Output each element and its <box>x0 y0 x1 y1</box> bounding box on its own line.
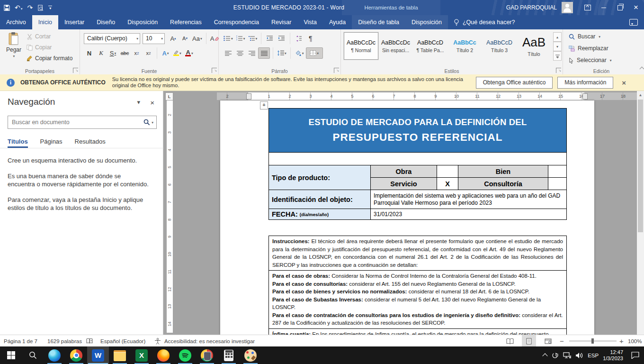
taskbar-calculator[interactable] <box>218 346 240 364</box>
table-move-handle[interactable]: + <box>260 101 268 109</box>
decrease-indent-button[interactable] <box>264 33 275 44</box>
taskbar-clock[interactable]: 12:471/3/2023 <box>603 349 623 362</box>
zoom-out-button[interactable]: − <box>560 335 564 347</box>
restore-button[interactable] <box>612 0 628 15</box>
find-button[interactable]: Buscar▾ <box>569 33 600 40</box>
paragraph-dialog-launcher[interactable]: ↘ <box>334 68 339 73</box>
bold-button[interactable]: N <box>84 48 95 58</box>
cut-button[interactable]: Cortar <box>27 33 51 40</box>
clipboard-dialog-launcher[interactable]: ↘ <box>73 68 78 73</box>
scroll-up-icon[interactable]: ▲ <box>637 91 644 99</box>
multilevel-list-button[interactable]: ▾ <box>247 33 259 44</box>
taskbar-firefox[interactable] <box>152 346 174 364</box>
print-preview-icon[interactable] <box>37 5 44 11</box>
nav-tab-titulos[interactable]: Títulos <box>8 135 28 148</box>
tab-disposicion-tabla[interactable]: Disposición <box>405 15 448 29</box>
page-indicator[interactable]: Página 1 de 7 <box>4 335 37 347</box>
minimize-button[interactable] <box>596 0 612 15</box>
vertical-ruler[interactable]: 234567891011121314 <box>167 100 173 333</box>
zoom-slider[interactable] <box>565 335 620 347</box>
tab-stop-selector[interactable]: L <box>165 92 173 100</box>
bullet-list-button[interactable]: ▾ <box>223 33 234 44</box>
styles-scroll-up[interactable]: ▴ <box>553 32 562 42</box>
nav-tab-paginas[interactable]: Páginas <box>40 135 63 148</box>
tray-expand-icon[interactable] <box>542 353 547 358</box>
underline-button[interactable]: S▾ <box>107 48 118 58</box>
change-case-button[interactable]: Aa▾ <box>191 33 203 44</box>
tab-ayuda[interactable]: Ayuda <box>323 15 352 29</box>
taskbar-spotify[interactable] <box>174 346 196 364</box>
keyboard-language[interactable]: ESP <box>588 353 599 358</box>
servicio-check-cell[interactable]: X <box>437 177 458 190</box>
proofing-icon[interactable] <box>86 335 93 347</box>
start-button[interactable] <box>0 346 22 364</box>
objeto-value-cell[interactable]: Implementación del sistema web y aplicac… <box>370 190 567 209</box>
accessibility-status[interactable]: Accesibilidad: es necesario investigar <box>164 335 255 347</box>
strikethrough-button[interactable]: abc <box>119 48 130 58</box>
tab-archivo[interactable]: Archivo <box>0 15 32 29</box>
justify-button[interactable] <box>258 47 270 59</box>
font-size-combo[interactable]: 10▾ <box>143 33 165 44</box>
tab-disposicion[interactable]: Disposición <box>121 15 164 29</box>
font-dialog-launcher[interactable]: ↘ <box>212 68 217 73</box>
consultoria-check-cell[interactable] <box>548 177 567 190</box>
taskbar-excel[interactable]: X <box>131 346 152 364</box>
customize-qat-icon[interactable]: ▾ <box>48 6 52 9</box>
shrink-font-button[interactable]: A▾ <box>179 33 190 44</box>
taskbar-word[interactable]: W <box>87 346 109 364</box>
taskbar-file-explorer[interactable] <box>109 346 131 364</box>
styles-more-button[interactable] <box>553 51 562 61</box>
copy-button[interactable]: Copiar <box>27 44 52 51</box>
tell-me-box[interactable]: ¿Qué desea hacer? <box>448 15 521 29</box>
tab-insertar[interactable]: Insertar <box>58 15 90 29</box>
taskbar-chrome[interactable] <box>65 346 87 364</box>
show-marks-button[interactable]: ¶ <box>305 33 316 44</box>
align-left-button[interactable] <box>223 48 233 58</box>
volume-tray-icon[interactable] <box>575 352 583 359</box>
style-sin-espaciado[interactable]: AaBbCcDcSin espaci... <box>378 32 413 60</box>
taskbar-paint[interactable] <box>240 346 261 364</box>
search-input[interactable] <box>8 119 143 126</box>
tab-correspondencia[interactable]: Correspondencia <box>208 15 265 29</box>
sort-button[interactable] <box>293 33 304 44</box>
style-titulo-2[interactable]: AaBbCcTítulo 2 <box>447 32 482 60</box>
avatar[interactable] <box>562 2 573 13</box>
ribbon-display-options-icon[interactable] <box>580 0 596 15</box>
borders-button[interactable]: ▾ <box>306 47 323 59</box>
pane-close-icon[interactable]: × <box>150 99 154 107</box>
subscript-button[interactable]: x2 <box>131 48 142 58</box>
pane-options-chevron-icon[interactable]: ▾ <box>137 99 140 106</box>
tab-diseno[interactable]: Diseño <box>90 15 121 29</box>
close-button[interactable]: × <box>628 0 644 15</box>
tab-vista[interactable]: Vista <box>297 15 323 29</box>
numbered-list-button[interactable]: ▾ <box>235 33 246 44</box>
undo-icon[interactable]: ↶▾ <box>15 4 23 11</box>
tab-revisar[interactable]: Revisar <box>265 15 297 29</box>
onedrive-tray-icon[interactable] <box>551 352 559 359</box>
taskbar-chrome-profile[interactable] <box>196 346 218 364</box>
web-layout-button[interactable] <box>541 335 555 347</box>
replace-button[interactable]: Reemplazar <box>569 45 608 52</box>
taskbar-search-button[interactable] <box>22 346 44 364</box>
increase-indent-button[interactable] <box>276 33 287 44</box>
zoom-level[interactable]: 100% <box>628 335 642 347</box>
print-layout-button[interactable] <box>522 335 536 347</box>
tab-inicio[interactable]: Inicio <box>32 15 58 29</box>
learn-more-button[interactable]: Más información <box>557 77 613 89</box>
save-icon[interactable] <box>4 5 10 11</box>
bien-check-cell[interactable] <box>548 165 567 178</box>
style-titulo[interactable]: AaBTítulo <box>517 32 551 60</box>
action-center-icon[interactable] <box>631 352 639 359</box>
left-indent-marker[interactable] <box>246 93 251 100</box>
collapse-ribbon-button[interactable] <box>640 29 644 74</box>
style-table-paragraph[interactable]: AaBbCcD¶ Table Pa... <box>413 32 447 60</box>
obra-check-cell[interactable] <box>437 165 458 178</box>
styles-scroll-down[interactable]: ▾ <box>553 42 562 51</box>
network-tray-icon[interactable] <box>563 352 571 359</box>
document-search-box[interactable]: ▾ <box>8 116 157 129</box>
styles-dialog-launcher[interactable]: ↘ <box>556 68 561 73</box>
line-spacing-button[interactable]: ▾ <box>276 48 287 58</box>
horizontal-ruler[interactable]: 21123456789101112131415161718 <box>217 92 638 100</box>
highlight-button[interactable]: ▾ <box>172 48 183 58</box>
grow-font-button[interactable]: A▴ <box>168 33 179 44</box>
